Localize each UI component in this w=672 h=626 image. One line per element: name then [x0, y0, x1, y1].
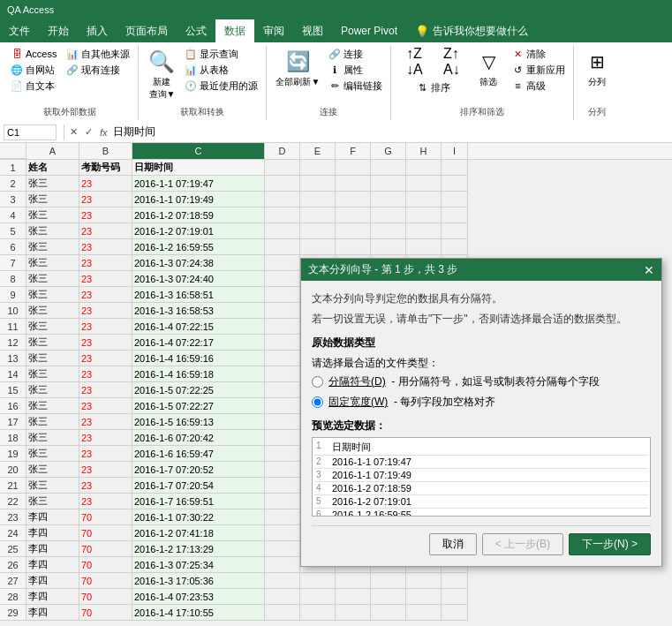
btn-refresh-all[interactable]: 🔄 全部刷新▼: [272, 46, 323, 90]
col-header-f[interactable]: F: [336, 143, 371, 159]
cell-b[interactable]: 考勤号码: [79, 160, 132, 176]
cell-c[interactable]: 2016-1-5 07:22:27: [132, 398, 265, 414]
cell-c[interactable]: 2016-1-5 07:22:25: [132, 382, 265, 398]
cell-c[interactable]: 2016-1-2 16:59:55: [132, 239, 265, 255]
btn-connections[interactable]: 🔗 连接: [325, 46, 385, 62]
cell-d[interactable]: [265, 207, 300, 223]
cell-c[interactable]: 2016-1-3 16:58:51: [132, 287, 265, 303]
formula-input[interactable]: [113, 126, 668, 139]
btn-existing-connections[interactable]: 🔗 现有连接: [63, 62, 132, 78]
cell-a[interactable]: 张三: [26, 176, 79, 192]
cell-c[interactable]: 2016-1-2 07:19:01: [132, 223, 265, 239]
cell-a[interactable]: 李四: [26, 605, 79, 621]
cell-a[interactable]: 张三: [26, 430, 79, 446]
cell-g[interactable]: [371, 573, 406, 589]
cell-d[interactable]: [265, 509, 300, 525]
cell-a[interactable]: 张三: [26, 366, 79, 382]
cell-b[interactable]: 23: [79, 382, 132, 398]
cell-c[interactable]: 2016-1-2 07:18:59: [132, 207, 265, 223]
cell-b[interactable]: 23: [79, 319, 132, 335]
cell-b[interactable]: 23: [79, 192, 132, 207]
tab-view[interactable]: 视图: [293, 19, 332, 42]
cell-e[interactable]: [300, 223, 336, 239]
cell-c[interactable]: 2016-1-3 07:24:38: [132, 255, 265, 271]
cell-c[interactable]: 2016-1-7 16:59:51: [132, 494, 265, 509]
cell-b[interactable]: 70: [79, 589, 132, 605]
cell-g[interactable]: [371, 223, 406, 239]
cell-i[interactable]: [442, 176, 468, 192]
btn-split[interactable]: ⊞ 分列: [579, 46, 615, 90]
cell-h[interactable]: [406, 223, 442, 239]
cell-c[interactable]: 2016-1-2 07:41:18: [132, 525, 265, 541]
tab-help[interactable]: 💡 告诉我你想要做什么: [406, 19, 537, 42]
cell-a[interactable]: 李四: [26, 573, 79, 589]
cell-c[interactable]: 2016-1-4 07:22:17: [132, 335, 265, 351]
cell-b[interactable]: 70: [79, 605, 132, 621]
cell-d[interactable]: [265, 239, 300, 255]
tab-power-pivot[interactable]: Power Pivot: [332, 19, 406, 42]
cell-i[interactable]: [442, 160, 468, 176]
btn-reapply[interactable]: ↺ 重新应用: [508, 62, 568, 78]
cell-a[interactable]: 张三: [26, 303, 79, 319]
cell-e[interactable]: [300, 239, 336, 255]
cell-e[interactable]: [300, 573, 336, 589]
cell-b[interactable]: 23: [79, 430, 132, 446]
btn-filter[interactable]: ▽ 筛选: [471, 46, 506, 90]
cell-b[interactable]: 23: [79, 271, 132, 287]
cell-b[interactable]: 70: [79, 525, 132, 541]
btn-sort[interactable]: ⇅ 排序: [412, 79, 453, 95]
cell-a[interactable]: 张三: [26, 478, 79, 494]
cell-g[interactable]: [371, 239, 406, 255]
cell-h[interactable]: [406, 589, 442, 605]
cell-d[interactable]: [265, 398, 300, 414]
tab-review[interactable]: 审阅: [254, 19, 293, 42]
radio-fixed[interactable]: [312, 396, 323, 408]
cell-i[interactable]: [442, 239, 468, 255]
col-header-b[interactable]: B: [79, 143, 132, 159]
cell-d[interactable]: [265, 462, 300, 478]
next-button[interactable]: 下一步(N) >: [569, 533, 651, 555]
cell-e[interactable]: [300, 605, 336, 621]
cell-d[interactable]: [265, 589, 300, 605]
cell-g[interactable]: [371, 589, 406, 605]
cell-c[interactable]: 2016-1-6 07:20:42: [132, 430, 265, 446]
cell-b[interactable]: 23: [79, 446, 132, 462]
cell-d[interactable]: [265, 382, 300, 398]
cell-c[interactable]: 2016-1-3 17:05:36: [132, 573, 265, 589]
cell-g[interactable]: [371, 160, 406, 176]
cell-f[interactable]: [336, 239, 371, 255]
cell-c[interactable]: 2016-1-4 07:22:15: [132, 319, 265, 335]
cell-b[interactable]: 23: [79, 255, 132, 271]
cell-a[interactable]: 张三: [26, 414, 79, 430]
cell-b[interactable]: 23: [79, 287, 132, 303]
cell-f[interactable]: [336, 589, 371, 605]
btn-new-query[interactable]: 🔍 新建查询▼: [144, 46, 179, 102]
cell-c[interactable]: 2016-1-4 16:59:16: [132, 351, 265, 366]
tab-home[interactable]: 开始: [39, 19, 78, 42]
cell-d[interactable]: [265, 303, 300, 319]
cell-f[interactable]: [336, 192, 371, 207]
cell-d[interactable]: [265, 573, 300, 589]
cell-reference-input[interactable]: [4, 124, 57, 140]
cell-c[interactable]: 2016-1-1 07:19:49: [132, 192, 265, 207]
btn-access[interactable]: 🗄 Access: [7, 46, 59, 62]
cell-c[interactable]: 2016-1-1 07:30:22: [132, 509, 265, 525]
cell-b[interactable]: 23: [79, 239, 132, 255]
cell-h[interactable]: [406, 176, 442, 192]
cell-a[interactable]: 张三: [26, 255, 79, 271]
btn-sort-za[interactable]: Z↑A↓: [434, 46, 469, 78]
tab-page-layout[interactable]: 页面布局: [117, 19, 177, 42]
cell-g[interactable]: [371, 176, 406, 192]
btn-edit-links[interactable]: ✏ 编辑链接: [325, 78, 385, 94]
cell-d[interactable]: [265, 430, 300, 446]
cell-d[interactable]: [265, 478, 300, 494]
cell-a[interactable]: 张三: [26, 494, 79, 509]
cell-c[interactable]: 2016-1-4 16:59:18: [132, 366, 265, 382]
col-header-g[interactable]: G: [371, 143, 406, 159]
cell-c[interactable]: 2016-1-4 07:23:53: [132, 589, 265, 605]
cell-a[interactable]: 张三: [26, 239, 79, 255]
btn-web[interactable]: 🌐 自网站: [7, 62, 59, 78]
col-header-c[interactable]: C: [132, 143, 265, 159]
cell-a[interactable]: 张三: [26, 223, 79, 239]
cell-b[interactable]: 70: [79, 509, 132, 525]
